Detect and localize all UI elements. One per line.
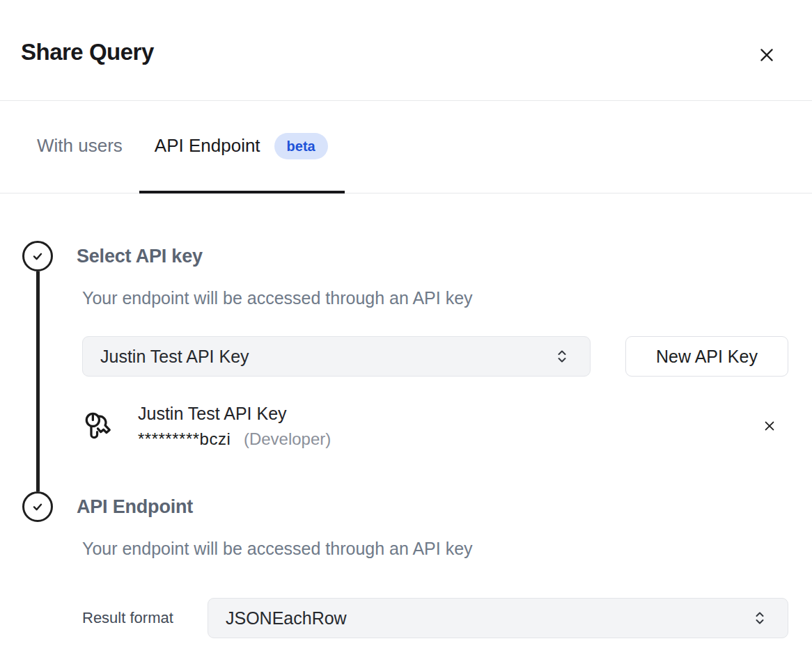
- step-api-endpoint: API Endpoint Your endpoint will be acces…: [22, 491, 812, 638]
- step-2-body: API Endpoint Your endpoint will be acces…: [77, 491, 812, 638]
- step-1-marker: [22, 241, 53, 491]
- selected-api-key-name: Justin Test API Key: [138, 403, 760, 424]
- step-select-api-key: Select API key Your endpoint will be acc…: [22, 241, 812, 491]
- selected-api-key-meta: *********bczi (Developer): [138, 429, 760, 449]
- step-1-title: Select API key: [77, 246, 812, 267]
- step-1-description: Your endpoint will be accessed through a…: [82, 288, 812, 308]
- selected-api-key-info: Justin Test API Key *********bczi (Devel…: [138, 403, 760, 449]
- tab-with-users-label: With users: [37, 135, 123, 157]
- api-key-role: (Developer): [244, 429, 331, 448]
- step-1-check-circle: [22, 241, 53, 271]
- step-2-title: API Endpoint: [77, 496, 812, 518]
- keys-icon: [84, 409, 113, 443]
- tab-api-endpoint-label: API Endpoint: [155, 135, 260, 157]
- share-tabs: With users API Endpoint beta: [0, 101, 812, 193]
- result-format-label: Result format: [82, 609, 208, 627]
- remove-api-key-button[interactable]: [760, 417, 779, 435]
- chevron-up-down-icon: [751, 610, 768, 626]
- result-format-row: Result format JSONEachRow: [82, 598, 812, 638]
- close-modal-button[interactable]: [756, 45, 777, 65]
- tab-with-users[interactable]: With users: [37, 101, 123, 193]
- step-2-check-circle: [22, 491, 53, 522]
- check-icon: [30, 499, 45, 514]
- result-format-select[interactable]: JSONEachRow: [208, 598, 788, 638]
- api-key-controls-row: Justin Test API Key New API Key: [82, 336, 812, 377]
- step-1-body: Select API key Your endpoint will be acc…: [77, 241, 812, 491]
- step-2-description: Your endpoint will be accessed through a…: [82, 539, 812, 559]
- api-key-select-value: Justin Test API Key: [100, 347, 249, 367]
- close-icon: [758, 46, 776, 64]
- api-key-masked-secret: *********bczi: [138, 429, 231, 448]
- selected-api-key-row: Justin Test API Key *********bczi (Devel…: [82, 403, 788, 449]
- api-key-select[interactable]: Justin Test API Key: [82, 336, 591, 377]
- modal-title: Share Query: [21, 39, 787, 65]
- chevron-up-down-icon: [554, 348, 570, 365]
- check-icon: [30, 248, 45, 264]
- step-2-marker: [22, 491, 53, 638]
- modal-header: Share Query: [0, 0, 812, 101]
- beta-badge: beta: [274, 133, 328, 159]
- result-format-select-value: JSONEachRow: [226, 608, 347, 629]
- new-api-key-button[interactable]: New API Key: [625, 336, 788, 377]
- close-icon: [763, 419, 776, 433]
- stepper-connector-line: [36, 271, 40, 491]
- modal-content: Select API key Your endpoint will be acc…: [0, 193, 812, 638]
- tab-api-endpoint[interactable]: API Endpoint beta: [139, 101, 345, 193]
